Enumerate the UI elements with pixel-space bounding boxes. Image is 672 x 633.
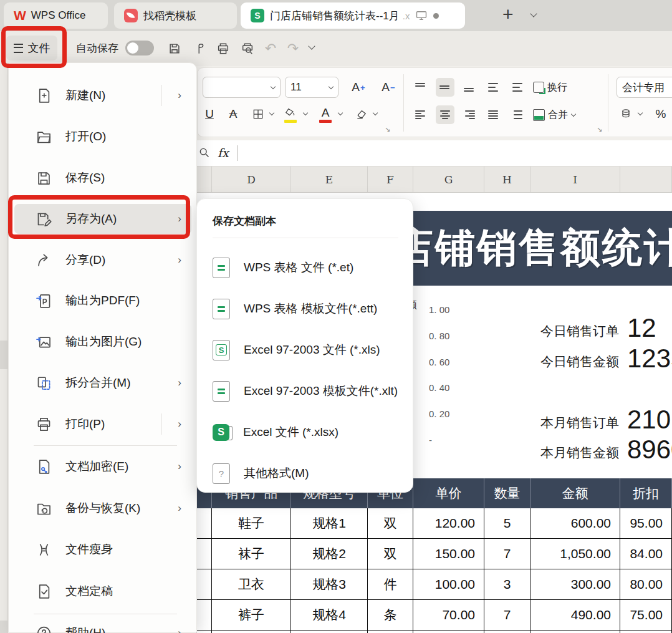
table-cell[interactable]: 规格2 (291, 539, 368, 569)
tab-docer-templates[interactable]: 找稻壳模板 (114, 2, 237, 29)
menu-item-拆分合并(M)[interactable]: 拆分合并(M)› (14, 368, 191, 398)
search-icon[interactable] (198, 146, 211, 162)
table-cell[interactable]: 600.00 (530, 508, 620, 539)
table-cell[interactable] (530, 631, 620, 633)
table-cell[interactable] (368, 631, 413, 633)
submenu-item-Excel 97-2003 模板文件(*.xlt)[interactable]: Excel 97-2003 模板文件(*.xlt) (204, 375, 406, 407)
fill-color-chevron-icon[interactable] (303, 110, 308, 115)
new-tab-button[interactable]: + (502, 5, 514, 24)
submenu-item-WPS 表格 文件 (*.et)[interactable]: WPS 表格 文件 (*.et) (204, 252, 406, 283)
shrink-font-button[interactable]: A− (375, 78, 402, 97)
table-cell[interactable] (196, 569, 212, 600)
table-cell[interactable]: 7 (484, 600, 530, 631)
borders-chevron-icon[interactable] (269, 110, 274, 115)
table-cell[interactable] (620, 631, 672, 633)
merge-chevron-icon[interactable] (571, 111, 576, 116)
table-cell[interactable]: 5 (484, 508, 530, 539)
align-group-launcher-icon[interactable]: ↘ (597, 125, 602, 133)
table-cell[interactable]: 7 (484, 539, 530, 569)
table-cell[interactable]: 120.00 (413, 508, 484, 539)
currency-icon[interactable] (617, 104, 635, 124)
number-format-combo[interactable]: 会计专用 (617, 77, 672, 98)
valign-top-icon[interactable] (411, 78, 430, 97)
percent-button[interactable]: % (651, 104, 670, 124)
tab-list-chevron-icon[interactable] (530, 10, 537, 17)
row-header-cell[interactable] (0, 341, 7, 369)
table-cell[interactable]: 75.00 (620, 600, 672, 631)
menu-item-文件瘦身[interactable]: 文件瘦身 (14, 534, 191, 564)
column-header-G[interactable]: G (413, 167, 484, 192)
print-icon[interactable] (214, 40, 232, 57)
menu-item-帮助(H)[interactable]: 帮助(H)› (14, 618, 191, 633)
table-cell[interactable]: 95.00 (620, 508, 672, 539)
stat-value[interactable]: 210 (627, 405, 671, 435)
menu-item-备份与恢复(K)[interactable]: 备份与恢复(K)› (14, 493, 191, 523)
column-header-E[interactable]: E (291, 167, 368, 192)
table-cell[interactable] (291, 631, 368, 633)
print-preview-icon[interactable] (239, 40, 256, 57)
table-cell[interactable]: 300.00 (530, 569, 620, 600)
stat-label[interactable]: 本月销售订单 (463, 414, 619, 432)
table-cell[interactable]: 条 (368, 600, 413, 631)
table-cell[interactable]: 件 (368, 569, 413, 600)
autosave-toggle[interactable] (125, 41, 154, 56)
stat-label[interactable]: 今日销售金额 (463, 353, 619, 370)
tab-wps-office[interactable]: W WPS Office (4, 2, 108, 29)
table-cell[interactable]: 70.00 (413, 600, 484, 631)
table-cell[interactable]: 80.00 (620, 569, 672, 600)
font-color-icon[interactable]: A (316, 102, 335, 124)
wrap-text-button[interactable]: 换行 (533, 78, 567, 97)
table-cell[interactable]: 3 (484, 569, 530, 600)
table-header-数量[interactable]: 数量 (484, 478, 530, 508)
row-header-cell[interactable] (0, 621, 7, 633)
valign-bottom-icon[interactable] (460, 78, 479, 97)
align-left-icon[interactable] (411, 105, 430, 124)
column-header-edge[interactable] (196, 167, 212, 192)
table-cell[interactable]: 卫衣 (212, 569, 291, 600)
menu-item-文档加密(E)[interactable]: 文档加密(E)› (14, 452, 191, 481)
table-cell[interactable]: 490.00 (530, 600, 620, 631)
merge-cells-button[interactable]: 合并 (533, 105, 575, 124)
submenu-item-其他格式(M)[interactable]: ?其他格式(M) (204, 458, 406, 489)
column-header-edge[interactable] (620, 167, 672, 192)
stat-label[interactable]: 今日销售订单 (463, 322, 619, 340)
decrease-indent-icon[interactable] (484, 78, 503, 97)
column-header-I[interactable]: I (530, 167, 620, 192)
font-name-combo[interactable] (203, 77, 281, 98)
table-cell[interactable] (484, 631, 530, 633)
tab-document[interactable]: S 门店店铺销售额统计表--1月 .x (241, 2, 465, 29)
table-cell[interactable]: 双 (368, 539, 413, 569)
justify-icon[interactable] (484, 105, 503, 124)
submenu-item-Excel 文件 (*.xlsx)[interactable]: SExcel 文件 (*.xlsx) (204, 417, 406, 448)
table-cell[interactable] (413, 631, 484, 633)
toolbar-more-chevron-icon[interactable] (308, 42, 315, 49)
font-group-launcher-icon[interactable]: ↘ (385, 125, 390, 133)
underline-button[interactable]: U (199, 104, 220, 124)
menu-item-打开(O)[interactable]: 打开(O) (14, 122, 191, 152)
redo-icon[interactable]: ↷ (284, 40, 302, 57)
column-header-F[interactable]: F (368, 167, 413, 192)
borders-icon[interactable] (249, 104, 267, 124)
fill-color-icon[interactable] (281, 102, 300, 124)
submenu-item-Excel 97-2003 文件 (*.xls)[interactable]: SExcel 97-2003 文件 (*.xls) (204, 334, 406, 365)
stat-value[interactable]: 8960 (627, 435, 672, 465)
menu-item-保存(S)[interactable]: 保存(S) (14, 163, 191, 193)
clear-format-icon[interactable] (352, 104, 371, 124)
strikethrough-button[interactable]: A (223, 104, 244, 124)
menu-item-输出为PDF(F)[interactable]: 输出为PDF(F) (14, 286, 191, 316)
valign-middle-icon[interactable] (436, 78, 454, 97)
font-size-combo[interactable]: 11 (285, 77, 338, 98)
table-cell[interactable]: 规格3 (291, 569, 368, 600)
table-header-金额[interactable]: 金额 (530, 478, 620, 508)
stat-value[interactable]: 1235 (627, 344, 672, 374)
menu-item-新建(N)[interactable]: 新建(N)› (14, 80, 191, 110)
grow-font-button[interactable]: A+ (345, 78, 372, 97)
table-cell[interactable]: 裤子 (212, 600, 291, 631)
table-cell[interactable]: 鞋子 (212, 508, 291, 539)
undo-icon[interactable]: ↶ (262, 40, 279, 57)
menu-item-文档定稿[interactable]: 文档定稿 (14, 576, 191, 606)
stat-value[interactable]: 12 (627, 313, 656, 343)
table-cell[interactable] (196, 600, 212, 631)
save-icon[interactable] (166, 40, 183, 57)
align-center-icon[interactable] (436, 105, 454, 124)
